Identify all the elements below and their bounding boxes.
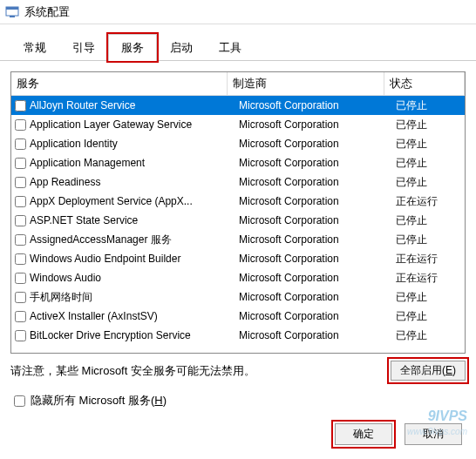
- table-row[interactable]: 手机网络时间Microsoft Corporation已停止: [11, 287, 465, 307]
- table-body: AllJoyn Router ServiceMicrosoft Corporat…: [11, 96, 465, 345]
- row-checkbox[interactable]: [15, 177, 26, 188]
- hide-ms-label: 隐藏所有 Microsoft 服务(H): [31, 393, 167, 408]
- cell-status: 已停止: [396, 175, 461, 190]
- cell-name: BitLocker Drive Encryption Service: [30, 329, 239, 341]
- note-text: 请注意，某些 Microsoft 安全服务可能无法禁用。: [10, 363, 391, 379]
- cell-status: 已停止: [396, 156, 461, 171]
- cell-name: AllJoyn Router Service: [30, 99, 239, 111]
- table-row[interactable]: Application ManagementMicrosoft Corporat…: [11, 153, 465, 172]
- svg-rect-2: [10, 16, 15, 17]
- table-row[interactable]: Windows AudioMicrosoft Corporation正在运行: [11, 268, 465, 287]
- tab-startup[interactable]: 启动: [157, 34, 206, 61]
- cell-mfr: Microsoft Corporation: [239, 118, 396, 131]
- tab-tools[interactable]: 工具: [206, 34, 255, 61]
- cell-name: ActiveX Installer (AxInstSV): [30, 310, 239, 322]
- col-header-status[interactable]: 状态: [384, 72, 465, 95]
- cell-mfr: Microsoft Corporation: [239, 157, 396, 169]
- table-row[interactable]: App ReadinessMicrosoft Corporation已停止: [11, 172, 465, 192]
- svg-rect-1: [6, 7, 18, 10]
- cell-mfr: Microsoft Corporation: [239, 99, 396, 111]
- cell-name: Application Management: [30, 157, 239, 169]
- row-checkbox[interactable]: [15, 196, 26, 207]
- table-row[interactable]: BitLocker Drive Encryption ServiceMicros…: [11, 326, 465, 345]
- hide-ms-row: 隐藏所有 Microsoft 服务(H): [10, 381, 466, 408]
- cell-name: Application Identity: [30, 138, 239, 150]
- hide-ms-checkbox[interactable]: [14, 395, 25, 407]
- cell-status: 已停止: [396, 309, 461, 324]
- cell-status: 已停止: [396, 328, 461, 343]
- enable-all-button[interactable]: 全部启用(E): [391, 361, 466, 381]
- window-title: 系统配置: [24, 4, 70, 20]
- cell-name: 手机网络时间: [30, 290, 239, 305]
- dialog-buttons: 确定 取消: [335, 423, 462, 445]
- table-row[interactable]: Application IdentityMicrosoft Corporatio…: [11, 134, 465, 153]
- table-row[interactable]: ActiveX Installer (AxInstSV)Microsoft Co…: [11, 307, 465, 326]
- table-header: 服务 制造商 状态: [11, 72, 465, 96]
- row-checkbox[interactable]: [15, 100, 26, 111]
- cell-name: Windows Audio: [30, 272, 239, 284]
- cell-status: 已停止: [396, 213, 461, 228]
- cell-name: Application Layer Gateway Service: [30, 118, 239, 131]
- tab-content: 服务 制造商 状态 AllJoyn Router ServiceMicrosof…: [0, 61, 476, 419]
- titlebar: 系统配置: [0, 0, 476, 24]
- cell-name: ASP.NET State Service: [30, 214, 239, 226]
- table-row[interactable]: ASP.NET State ServiceMicrosoft Corporati…: [11, 211, 465, 230]
- cell-mfr: Microsoft Corporation: [239, 176, 396, 188]
- cell-status: 已停止: [396, 233, 461, 247]
- tabs: 常规引导服务启动工具: [0, 24, 476, 61]
- row-checkbox[interactable]: [15, 292, 26, 303]
- cell-status: 正在运行: [396, 252, 461, 267]
- table-row[interactable]: AllJoyn Router ServiceMicrosoft Corporat…: [11, 96, 465, 115]
- cell-status: 已停止: [396, 137, 461, 152]
- row-checkbox[interactable]: [15, 158, 26, 169]
- cell-name: AppX Deployment Service (AppX...: [30, 195, 239, 207]
- cell-status: 已停止: [396, 118, 461, 132]
- cell-status: 已停止: [396, 290, 461, 305]
- col-header-mfr[interactable]: 制造商: [228, 72, 384, 95]
- tab-services[interactable]: 服务: [108, 34, 157, 61]
- cell-mfr: Microsoft Corporation: [239, 272, 396, 284]
- tab-general[interactable]: 常规: [10, 34, 59, 61]
- row-checkbox[interactable]: [15, 234, 26, 246]
- cell-mfr: Microsoft Corporation: [239, 233, 396, 246]
- cancel-button[interactable]: 取消: [405, 423, 462, 445]
- cell-name: AssignedAccessManager 服务: [30, 233, 239, 247]
- cell-mfr: Microsoft Corporation: [239, 253, 396, 265]
- row-checkbox[interactable]: [15, 253, 26, 265]
- cell-status: 正在运行: [396, 271, 461, 286]
- services-table: 服务 制造商 状态 AllJoyn Router ServiceMicrosof…: [10, 71, 466, 354]
- cell-status: 已停止: [396, 98, 461, 113]
- cell-name: App Readiness: [30, 176, 239, 188]
- tab-boot[interactable]: 引导: [59, 34, 108, 61]
- cell-mfr: Microsoft Corporation: [239, 329, 396, 341]
- cell-mfr: Microsoft Corporation: [239, 310, 396, 322]
- col-header-name[interactable]: 服务: [11, 72, 228, 95]
- table-row[interactable]: Application Layer Gateway ServiceMicroso…: [11, 115, 465, 134]
- cell-mfr: Microsoft Corporation: [239, 138, 396, 150]
- cell-name: Windows Audio Endpoint Builder: [30, 253, 239, 265]
- row-checkbox[interactable]: [15, 119, 26, 131]
- row-checkbox[interactable]: [15, 273, 26, 284]
- cell-status: 正在运行: [396, 194, 461, 209]
- cell-mfr: Microsoft Corporation: [239, 291, 396, 303]
- ok-button[interactable]: 确定: [335, 423, 392, 445]
- row-checkbox[interactable]: [15, 330, 26, 341]
- table-row[interactable]: Windows Audio Endpoint BuilderMicrosoft …: [11, 249, 465, 268]
- table-row[interactable]: AssignedAccessManager 服务Microsoft Corpor…: [11, 230, 465, 249]
- cell-mfr: Microsoft Corporation: [239, 195, 396, 207]
- row-checkbox[interactable]: [15, 138, 26, 150]
- row-checkbox[interactable]: [15, 311, 26, 322]
- cell-mfr: Microsoft Corporation: [239, 214, 396, 226]
- row-checkbox[interactable]: [15, 215, 26, 226]
- table-row[interactable]: AppX Deployment Service (AppX...Microsof…: [11, 192, 465, 211]
- app-icon: [5, 5, 19, 19]
- note-row: 请注意，某些 Microsoft 安全服务可能无法禁用。 全部启用(E): [10, 354, 466, 381]
